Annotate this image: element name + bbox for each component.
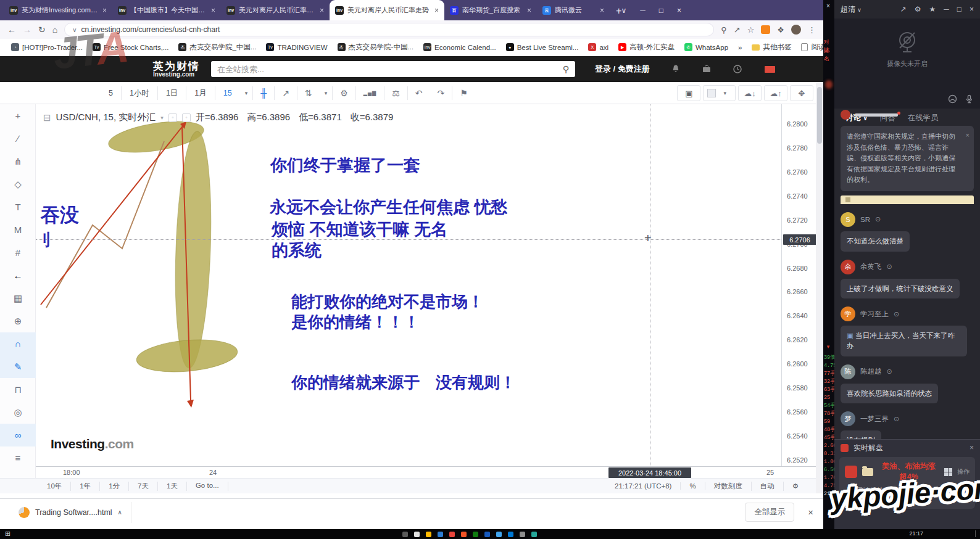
download-item[interactable]: Trading Softwar....html ∧ [10,502,131,523]
legend-eye-icon[interactable]: ◦ [168,113,177,122]
taskbar-app-icon[interactable] [484,532,490,537]
auto-scale-button[interactable]: 自动 [752,482,784,491]
profile-avatar[interactable] [791,25,801,35]
interval-active-15[interactable]: 15 [215,89,240,97]
legend-settings-icon[interactable]: ◦ [182,113,191,122]
compare-dropdown-icon[interactable]: ▾ [320,90,333,96]
drawing-tool-button[interactable]: ⊕ [0,310,36,332]
drawing-tool-button[interactable]: ≡ [0,446,36,469]
bookmark-item[interactable]: Tv TRADINGVIEW [261,43,332,52]
price-axis[interactable]: 6.28006.27806.27606.27406.27206.27006.26… [781,104,817,466]
redo-icon[interactable]: ↷ [430,88,452,98]
undo-icon[interactable]: ↶ [408,88,430,98]
tab-close-icon[interactable]: × [527,6,531,15]
drawing-tool-button[interactable]: ⊓ [0,378,36,401]
stream-pin-icon[interactable]: ★ [929,5,936,14]
news-action-label[interactable]: 操作 [957,467,970,476]
reload-icon[interactable]: ↻ [38,25,46,35]
home-icon[interactable]: ⌂ [52,25,57,35]
drawing-tool-button[interactable]: ← [0,264,36,287]
range-button[interactable]: 10年 [38,482,71,491]
chat-username[interactable]: SR [860,216,870,223]
site-search[interactable]: ⚲ [211,61,575,77]
indicators-icon[interactable]: ▂▅▇ [356,91,384,96]
avatar[interactable]: 梦 [841,411,855,426]
browser-tab[interactable]: 百 南华期货_百度搜索 × [444,0,537,20]
taskbar-app-icon[interactable] [426,532,431,537]
range-button[interactable]: 1年 [71,482,100,491]
fullscreen-icon[interactable]: ✥ [790,85,813,101]
chat-username[interactable]: 余黄飞 [860,262,882,271]
download-bar-close-icon[interactable]: × [808,507,813,517]
bookmark-item[interactable]: 杰 杰克交易学院-中国... [333,43,418,52]
window-control-button[interactable]: × [677,6,681,15]
taskbar-app-icon[interactable] [508,532,513,537]
news-card[interactable]: 美油、布油均涨超4% 操作 国际油价持续走高，美油、布油均涨超4%。 [839,457,975,509]
portfolio-briefcase-icon[interactable] [702,64,712,74]
extensions-puzzle-icon[interactable]: ❖ [777,25,784,35]
browser-tab[interactable]: Inv 美元对离岸人民币汇率走势 × [330,0,444,20]
legend-collapse-icon[interactable]: ⊟ [43,112,51,123]
bookmark-star-icon[interactable]: ☆ [747,25,755,35]
tab-close-icon[interactable]: × [600,6,604,15]
avatar[interactable]: S [841,212,855,227]
layout-select[interactable]: ▾ [703,85,736,101]
bookmark-item[interactable]: 杰 杰克交易学院_中国... [173,43,261,52]
stream-close-icon[interactable]: × [970,5,974,14]
browser-tab[interactable]: Inv 英为财情Investing.com_全... × [4,0,112,20]
load-layout-cloud-icon[interactable]: ☁↓ [738,85,762,101]
compare-icon[interactable]: ⇅ [297,88,320,98]
snapshot-camera-icon[interactable]: ▣ [685,89,692,98]
drawing-tool-button[interactable]: T [0,195,36,218]
settings-gear-icon[interactable]: ⚙ [333,88,355,98]
notifications-bell-icon[interactable] [671,64,681,74]
range-button[interactable]: 1分 [100,482,129,491]
avatar[interactable]: 陈 [841,364,855,379]
browser-tab[interactable]: 云 腾讯微云 × [537,0,610,20]
bookmark-item[interactable]: X axi [583,43,613,52]
stream-restore-icon[interactable]: □ [957,5,961,14]
log-scale-button[interactable]: 对数刻度 [705,482,752,491]
chat-username[interactable]: 学习至上 [860,310,889,319]
avatar[interactable]: 余 [841,260,855,274]
time-axis[interactable]: 18:00 24 25 2022-03-24 18:45:00 [36,466,817,478]
interval-1mo[interactable]: 1月 [186,88,214,99]
screen-share-icon[interactable] [948,94,957,104]
taskbar-app-icon[interactable] [414,532,420,537]
site-info-icon[interactable]: ∨ [72,27,77,33]
drawing-tool-button[interactable]: + [0,104,36,127]
range-button[interactable]: Go to... [187,482,228,491]
drawing-tool-button[interactable]: ⋔ [0,150,36,173]
drawing-tool-button[interactable]: ∕ [0,127,36,150]
range-button[interactable]: 7天 [129,482,158,491]
zoom-icon[interactable]: ⚲ [721,25,727,35]
stream-share-icon[interactable]: ↗ [900,5,907,14]
taskbar-app-icon[interactable] [449,532,455,537]
quality-select[interactable]: 超清 ∨ [841,4,862,15]
drawing-tool-button[interactable]: ◎ [0,401,36,424]
bookmark-item[interactable]: ◔ [HOT!]Pro-Trader... [6,43,88,52]
chat-username[interactable]: 一梦三界 [860,414,889,424]
candlestick-style-icon[interactable]: ╫ [253,88,274,98]
taskbar-app-icon[interactable] [438,532,443,537]
microphone-icon[interactable] [965,94,974,104]
other-bookmarks[interactable]: 其他书签 [747,43,796,52]
taskbar-app-icon[interactable] [496,532,502,537]
avatar[interactable]: 学 [841,307,855,321]
notice-close-icon[interactable]: × [966,130,970,141]
interval-5[interactable]: 5 [101,89,121,97]
investing-logo[interactable]: 英为财情 Investing.com [153,61,200,78]
forward-icon[interactable]: → [23,25,31,35]
browser-tab[interactable]: Inv 【中国股市】今天中国股票... × [112,0,221,20]
line-style-icon[interactable]: ↗ [275,88,297,98]
tab-close-icon[interactable]: × [434,6,439,15]
compare-scales-icon[interactable]: ⚖ [384,88,407,98]
site-search-input[interactable] [217,65,563,74]
stream-settings-gear-icon[interactable]: ⚙ [915,5,921,14]
drawing-tool-button[interactable]: ✎ [0,355,36,378]
back-icon[interactable]: ← [7,25,16,35]
show-desktop-button[interactable] [975,530,979,537]
chart-canvas[interactable]: + ⊟ USD/CNH, 15, 实时外汇 ▾ ◦ ◦ 开=6.3896高=6.… [36,104,781,466]
drawing-tool-button[interactable]: M [0,218,36,241]
taskbar-app-icon[interactable] [520,532,525,537]
